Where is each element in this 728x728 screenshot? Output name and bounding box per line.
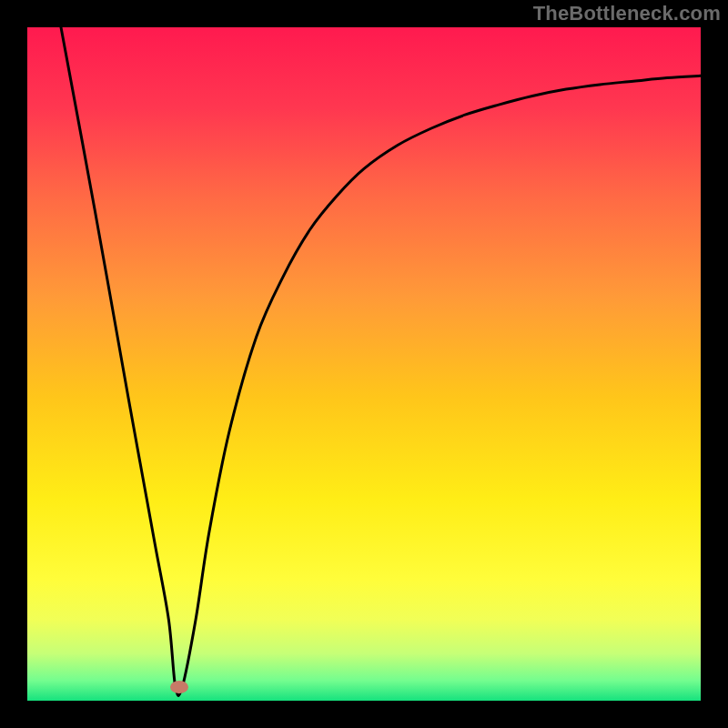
plot-area <box>27 27 701 701</box>
bottleneck-curve <box>27 27 701 701</box>
minimum-marker <box>170 681 188 693</box>
watermark-text: TheBottleneck.com <box>533 2 721 25</box>
outer-frame: TheBottleneck.com <box>0 0 728 728</box>
